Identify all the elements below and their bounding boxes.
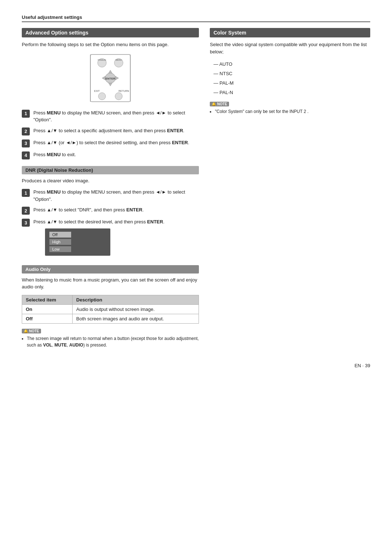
- remote-diagram: FREEZE MENU ENTER EXIT RETURN: [79, 53, 141, 104]
- audio-intro: When listening to music from a music pro…: [22, 276, 199, 291]
- color-option-ntsc: — NTSC: [213, 69, 370, 78]
- step-4: 4 Press MENU to exit.: [22, 151, 199, 159]
- color-intro: Select the video signal system compatibl…: [210, 41, 370, 55]
- page-footer: EN · 39: [22, 363, 370, 368]
- main-content: Advanced Option settings Perform the fol…: [22, 28, 370, 348]
- table-cell-on-item: On: [22, 304, 73, 314]
- step-text-4: Press MENU to exit.: [33, 151, 76, 158]
- audio-table: Selected item Description On Audio is ou…: [22, 295, 199, 324]
- color-note-label: 🔔 NOTE: [210, 102, 229, 106]
- page-number: EN · 39: [355, 363, 370, 368]
- dnr-step-text-1: Press MENU to display the MENU screen, a…: [33, 189, 199, 203]
- svg-text:RETURN: RETURN: [119, 90, 129, 92]
- step-2: 2 Press ▲/▼ to select a specific adjustm…: [22, 127, 199, 135]
- table-cell-off-item: Off: [22, 314, 73, 323]
- step-text-2: Press ▲/▼ to select a specific adjustmen…: [33, 127, 184, 134]
- dnr-step-text-2: Press ▲/▼ to select "DNR", and then pres…: [33, 206, 144, 214]
- dnr-high: High: [49, 239, 71, 245]
- step-1: 1 Press MENU to display the MENU screen,…: [22, 109, 199, 123]
- dnr-step-num-1: 1: [22, 189, 30, 197]
- dnr-steps: 1 Press MENU to display the MENU screen,…: [22, 189, 199, 259]
- svg-point-16: [115, 93, 122, 100]
- step-num-1: 1: [22, 110, 30, 118]
- svg-text:MENU: MENU: [115, 59, 122, 61]
- dnr-step-num-3: 3: [22, 219, 30, 227]
- audio-note: 🔔 NOTE The screen image will return to n…: [22, 328, 199, 348]
- main-steps: 1 Press MENU to display the MENU screen,…: [22, 109, 199, 159]
- step-text-1: Press MENU to display the MENU screen, a…: [33, 109, 199, 123]
- main-intro-text: Perform the following steps to set the O…: [22, 41, 199, 48]
- note-icon: 🔔: [24, 329, 28, 333]
- step-text-3: Press ▲/▼ (or ◄/►) to select the desired…: [33, 139, 189, 146]
- color-option-auto: — AUTO: [213, 60, 370, 69]
- svg-text:FREEZE: FREEZE: [98, 59, 106, 61]
- dnr-section-header: DNR (Digital Noise Reduction): [22, 166, 199, 174]
- dnr-step-text-3: Press ▲/▼ to select the desired level, a…: [33, 218, 199, 226]
- color-note-content: "Color System" can only be set for the I…: [210, 108, 370, 115]
- color-options-list: — AUTO — NTSC — PAL-M — PAL-N: [210, 60, 370, 97]
- table-cell-on-desc: Audio is output without screen image.: [73, 304, 199, 314]
- dnr-step-3: 3 Press ▲/▼ to select the desired level,…: [22, 218, 199, 259]
- left-column: Advanced Option settings Perform the fol…: [22, 28, 199, 348]
- dnr-low: Low: [49, 246, 71, 252]
- table-row: On Audio is output without screen image.: [22, 304, 199, 314]
- color-section-header: Color System: [210, 28, 370, 37]
- color-option-palm: — PAL-M: [213, 78, 370, 88]
- audio-section-header: Audio Only: [22, 265, 199, 274]
- right-column: Color System Select the video signal sys…: [210, 28, 370, 348]
- dnr-step-1: 1 Press MENU to display the MENU screen,…: [22, 189, 199, 203]
- dnr-step-num-2: 2: [22, 207, 30, 215]
- step-num-4: 4: [22, 151, 30, 159]
- table-header-item: Selected item: [22, 295, 73, 304]
- remote-diagram-wrap: FREEZE MENU ENTER EXIT RETURN: [22, 53, 199, 104]
- step-3: 3 Press ▲/▼ (or ◄/►) to select the desir…: [22, 139, 199, 147]
- table-cell-off-desc: Both screen images and audio are output.: [73, 314, 199, 323]
- color-note: 🔔 NOTE "Color System" can only be set fo…: [210, 101, 370, 115]
- table-row: Off Both screen images and audio are out…: [22, 314, 199, 323]
- dnr-menu-screenshot: Off High Low: [45, 228, 110, 256]
- step-num-2: 2: [22, 127, 30, 135]
- audio-note-label: 🔔 NOTE: [22, 329, 41, 333]
- header-title: Useful adjustment settings: [22, 15, 82, 20]
- audio-note-content: The screen image will return to normal w…: [22, 335, 199, 348]
- page-header: Useful adjustment settings: [22, 15, 370, 22]
- dnr-intro: Produces a clearer video image.: [22, 177, 199, 185]
- dnr-step-2: 2 Press ▲/▼ to select "DNR", and then pr…: [22, 206, 199, 215]
- step-num-3: 3: [22, 139, 30, 147]
- main-section-header: Advanced Option settings: [22, 28, 199, 37]
- dnr-off: Off: [49, 232, 71, 238]
- table-header-desc: Description: [73, 295, 199, 304]
- color-option-paln: — PAL-N: [213, 88, 370, 97]
- svg-point-15: [98, 93, 106, 100]
- svg-text:ENTER: ENTER: [106, 77, 115, 80]
- svg-text:EXIT: EXIT: [94, 90, 100, 92]
- note-icon-color: 🔔: [212, 102, 216, 106]
